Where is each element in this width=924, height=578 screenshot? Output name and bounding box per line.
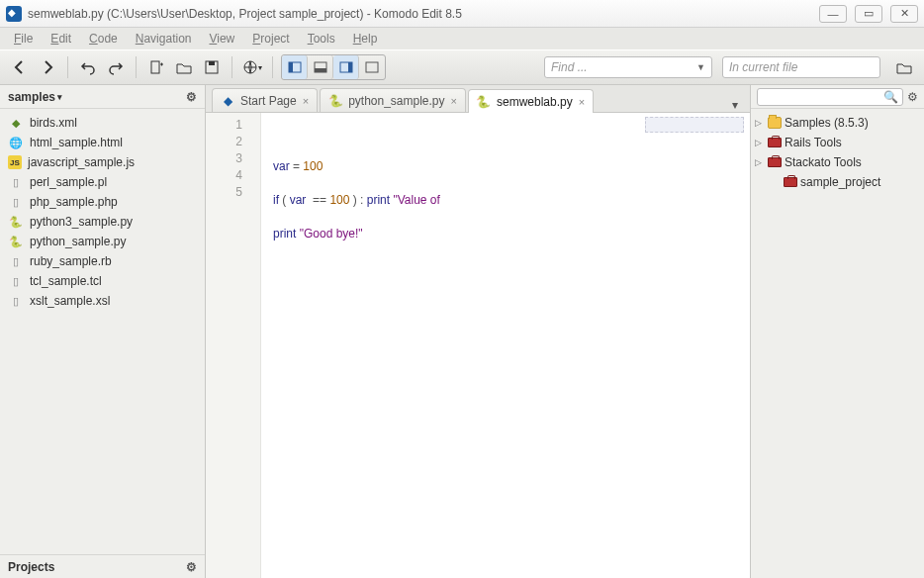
line-number: 2 <box>206 134 260 150</box>
file-name: birds.xml <box>30 116 77 130</box>
undo-button[interactable] <box>76 55 100 79</box>
toolbox-item[interactable]: ▷Stackato Tools <box>751 152 924 172</box>
find-scope-input[interactable]: In current file <box>722 56 880 78</box>
toolbox-icon <box>768 157 782 167</box>
expand-icon[interactable]: ▷ <box>755 157 765 167</box>
file-name: ruby_sample.rb <box>30 254 112 268</box>
file-item[interactable]: 🐍python3_sample.py <box>0 212 205 232</box>
tab-label: python_sample.py <box>348 94 444 108</box>
file-item[interactable]: ▯xslt_sample.xsl <box>0 291 205 311</box>
file-item[interactable]: ▯php_sample.php <box>0 192 205 212</box>
code-editor[interactable]: var = 100if ( var == 100 ) : print "Valu… <box>261 113 750 578</box>
toolbox-icon <box>784 177 797 187</box>
minimap[interactable] <box>645 117 744 133</box>
toggle-bottom-panel-button[interactable] <box>308 55 333 79</box>
maximize-button[interactable]: ▭ <box>855 5 882 23</box>
close-tab-icon[interactable]: × <box>451 95 457 107</box>
editor-tab[interactable]: 🐍semweblab.py× <box>468 89 594 113</box>
tab-label: Start Page <box>240 94 297 108</box>
save-button[interactable] <box>200 55 224 79</box>
menu-code[interactable]: Code <box>81 30 126 48</box>
new-file-button[interactable] <box>144 55 168 79</box>
menu-tools[interactable]: Tools <box>300 30 343 48</box>
gear-icon[interactable]: ⚙ <box>907 90 918 104</box>
close-tab-icon[interactable]: × <box>303 95 309 107</box>
file-name: python3_sample.py <box>30 215 133 229</box>
find-dropdown-icon[interactable]: ▼ <box>696 62 705 72</box>
close-window-button[interactable]: ✕ <box>890 5 918 23</box>
code-line[interactable]: var = 100 <box>273 158 750 175</box>
projects-panel-header[interactable]: Projects ⚙ <box>0 554 205 578</box>
expand-icon[interactable]: ▷ <box>755 138 765 147</box>
dropdown-icon: ▾ <box>57 92 62 102</box>
toggle-left-panel-button[interactable] <box>282 55 308 79</box>
menu-edit[interactable]: Edit <box>43 30 79 48</box>
file-item[interactable]: JSjavascript_sample.js <box>0 152 205 172</box>
find-scope-placeholder: In current file <box>729 60 797 74</box>
menu-file[interactable]: File <box>6 30 41 48</box>
toolbox-item[interactable]: ▷Rails Tools <box>751 133 924 152</box>
code-line[interactable] <box>273 175 750 192</box>
browser-preview-button[interactable]: ▾ <box>240 55 264 79</box>
file-name: xslt_sample.xsl <box>30 294 110 308</box>
gear-icon[interactable]: ⚙ <box>186 90 197 104</box>
file-icon: ▯ <box>8 194 24 210</box>
menu-project[interactable]: Project <box>244 30 297 48</box>
svg-rect-10 <box>366 62 378 72</box>
toggle-right-panel-button[interactable] <box>333 55 359 79</box>
toolbar-separator <box>231 56 232 78</box>
file-item[interactable]: 🌐html_sample.html <box>0 133 205 152</box>
file-item[interactable]: ▯perl_sample.pl <box>0 172 205 192</box>
file-name: javascript_sample.js <box>28 155 135 169</box>
toolbar-separator <box>136 56 137 78</box>
svg-rect-0 <box>151 61 159 73</box>
code-line[interactable]: print "Good bye!" <box>273 226 750 242</box>
back-button[interactable] <box>8 55 32 79</box>
toolbox-item-label: Samples (8.5.3) <box>785 116 869 130</box>
menu-help[interactable]: Help <box>345 30 386 48</box>
open-file-button[interactable] <box>172 55 196 79</box>
file-name: php_sample.php <box>30 195 118 209</box>
projects-panel-title: Projects <box>8 560 54 574</box>
file-item[interactable]: ▯tcl_sample.tcl <box>0 271 205 291</box>
toolbox-panel: 🔍 ⚙ ▷Samples (8.5.3)▷Rails Tools▷Stackat… <box>750 85 924 578</box>
find-input[interactable]: Find ... ▼ <box>544 56 712 78</box>
editor-body[interactable]: 12345 var = 100if ( var == 100 ) : print… <box>206 113 750 578</box>
code-line[interactable]: if ( var == 100 ) : print "Value of <box>273 192 750 209</box>
window-titlebar: semweblab.py (C:\Users\User\Desktop, Pro… <box>0 0 924 28</box>
file-icon: ▯ <box>8 253 24 269</box>
toolbar-separator <box>272 56 273 78</box>
expand-icon[interactable]: ▷ <box>755 118 765 128</box>
redo-button[interactable] <box>104 55 128 79</box>
toolbox-item[interactable]: ▷Samples (8.5.3) <box>751 113 924 133</box>
menu-navigation[interactable]: Navigation <box>128 30 200 48</box>
file-item[interactable]: ▯ruby_sample.rb <box>0 251 205 271</box>
minimize-button[interactable]: ― <box>819 5 847 23</box>
menu-bar: FileEditCodeNavigationViewProjectToolsHe… <box>0 28 924 49</box>
gear-icon[interactable]: ⚙ <box>186 560 197 574</box>
js-icon: JS <box>8 155 22 169</box>
chrome-icon: 🌐 <box>8 135 24 150</box>
close-tab-icon[interactable]: × <box>579 96 585 108</box>
file-item[interactable]: 🐍python_sample.py <box>0 232 205 251</box>
file-name: perl_sample.pl <box>30 175 107 189</box>
toolbox-search-input[interactable]: 🔍 <box>757 88 903 106</box>
file-name: html_sample.html <box>30 136 123 149</box>
xml-icon: ◆ <box>8 115 24 131</box>
toggle-fullscreen-button[interactable] <box>359 55 385 79</box>
tab-list-button[interactable]: ▾ <box>726 98 744 112</box>
file-item[interactable]: ◆birds.xml <box>0 113 205 133</box>
editor-area: ◆Start Page×🐍python_sample.py×🐍semweblab… <box>206 85 750 578</box>
open-folder-button[interactable] <box>892 55 916 79</box>
forward-button[interactable] <box>36 55 59 79</box>
toolbox-item[interactable]: sample_project <box>751 172 924 192</box>
editor-tab[interactable]: 🐍python_sample.py× <box>320 88 466 112</box>
places-panel: samples▾ ⚙ ◆birds.xml🌐html_sample.htmlJS… <box>0 85 206 578</box>
komodo-icon: ◆ <box>221 94 234 108</box>
places-panel-title: samples <box>8 90 55 104</box>
editor-tab[interactable]: ◆Start Page× <box>212 88 318 112</box>
code-line[interactable] <box>273 209 750 226</box>
menu-view[interactable]: View <box>201 30 242 48</box>
places-panel-header[interactable]: samples▾ ⚙ <box>0 85 205 109</box>
toolbox-item-label: Stackato Tools <box>785 155 862 169</box>
